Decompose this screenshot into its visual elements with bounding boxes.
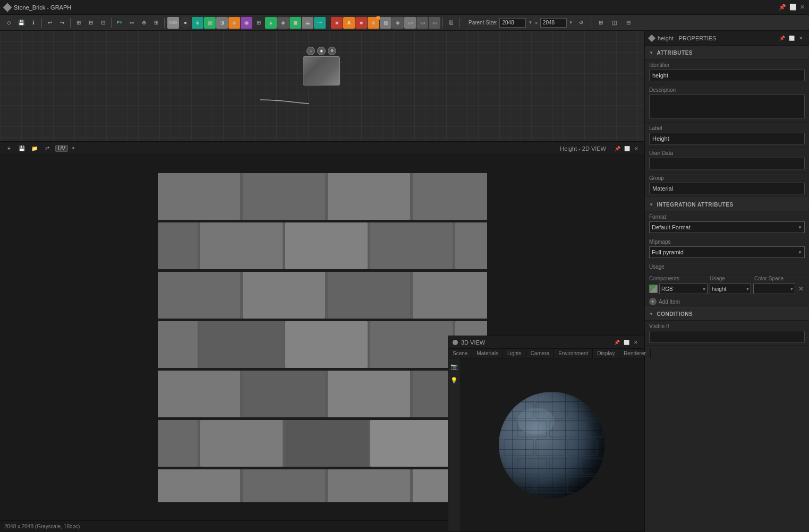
img-icon-btn[interactable]: IMG xyxy=(167,17,179,29)
node-thumbnail[interactable] xyxy=(303,56,340,85)
label-input[interactable] xyxy=(649,133,805,144)
description-input[interactable] xyxy=(649,95,805,118)
graph-canvas[interactable]: ○ ◉ ⚙ xyxy=(0,31,644,141)
red2-btn[interactable]: ■ xyxy=(355,17,367,29)
view3d-pin-icon[interactable]: 📌 xyxy=(613,339,620,346)
integration-section[interactable]: ▼ INTEGRATION ATTRIBUTES xyxy=(645,198,809,211)
view3d-tabs: Scene Materials Lights Camera Environmen… xyxy=(448,349,644,358)
tab-display[interactable]: Display xyxy=(593,349,619,358)
snap-btn[interactable]: ⊞ xyxy=(595,17,607,29)
info-btn[interactable]: ℹ xyxy=(28,17,39,29)
attributes-section[interactable]: ▼ ATTRIBUTES xyxy=(645,46,809,59)
green3-icon-btn[interactable]: ◼ xyxy=(289,17,301,29)
undo-btn[interactable]: ↩ xyxy=(44,17,56,29)
group-input[interactable] xyxy=(649,183,805,194)
node-connect-icon[interactable]: ○ xyxy=(306,47,315,55)
circle-icon-btn[interactable]: ● xyxy=(180,17,191,29)
view3d-light-icon[interactable]: 💡 xyxy=(448,374,460,386)
redo-btn[interactable]: ↪ xyxy=(56,17,68,29)
props-close-icon[interactable]: ✕ xyxy=(797,35,805,42)
pin-icon[interactable]: 📌 xyxy=(779,4,786,11)
tab-lights[interactable]: Lights xyxy=(503,349,526,358)
grid-btn[interactable]: ⊞ xyxy=(150,17,162,29)
green2-icon-btn[interactable]: ▲ xyxy=(265,17,277,29)
link-btn[interactable]: ⇔ xyxy=(126,17,138,29)
view2d-maximize-icon[interactable]: ⬜ xyxy=(623,145,631,152)
frame3-btn[interactable]: ▭ xyxy=(429,17,440,29)
svg-rect-53 xyxy=(536,477,565,493)
purple-icon-btn[interactable]: ◉ xyxy=(241,17,252,29)
py-btn[interactable]: PY xyxy=(114,17,125,29)
view2d-new-btn[interactable]: + xyxy=(4,144,14,153)
refresh-btn[interactable]: ↺ xyxy=(575,17,587,29)
mipmaps-select[interactable]: Full pyramid xyxy=(649,246,805,258)
tab-scene[interactable]: Scene xyxy=(448,349,472,358)
height-node[interactable]: ○ ◉ ⚙ xyxy=(303,47,340,85)
grid2-icon-btn[interactable]: ⊞ xyxy=(253,17,265,29)
view2d-open-btn[interactable]: 📁 xyxy=(30,144,39,153)
parent-size-input-1[interactable] xyxy=(499,18,526,28)
size-dropdown-icon2[interactable]: ▼ xyxy=(569,20,573,25)
userdata-input[interactable] xyxy=(649,158,805,169)
teal-icon-btn[interactable]: ◈ xyxy=(192,17,203,29)
ltgray2-btn[interactable]: ▦ xyxy=(380,17,391,29)
orange2-btn[interactable]: ◈ 01 xyxy=(368,17,379,29)
layer-btn[interactable]: ⊟ xyxy=(623,17,634,29)
svg-rect-42 xyxy=(568,402,597,418)
tab-renderer[interactable]: Renderer xyxy=(619,349,651,358)
view3d-close-icon[interactable]: ✕ xyxy=(632,339,640,346)
identifier-input[interactable] xyxy=(649,70,805,81)
tab-camera[interactable]: Camera xyxy=(526,349,555,358)
layout-btn[interactable]: ⊟ xyxy=(85,17,97,29)
format-select[interactable]: Default Format xyxy=(649,221,805,233)
chain-btn[interactable]: ⛓ xyxy=(445,17,457,29)
view2d-close-icon[interactable]: ✕ xyxy=(633,145,640,152)
gray-icon-btn[interactable]: ◈ xyxy=(277,17,289,29)
view2d-share-btn[interactable]: ⇌ xyxy=(42,144,52,153)
save-btn[interactable]: 💾 xyxy=(15,17,27,29)
maximize-icon[interactable]: ⬜ xyxy=(789,4,797,11)
title-bar: Stone_Brick - GRAPH 📌 ⬜ ✕ xyxy=(0,0,809,15)
red-btn[interactable]: ■ xyxy=(331,17,343,29)
add-item-row[interactable]: + Add Item xyxy=(645,296,809,307)
ltgray-icon-btn[interactable]: ◑ xyxy=(216,17,228,29)
frame-btn[interactable]: ▭ xyxy=(404,17,416,29)
usage-usage-select[interactable]: height xyxy=(710,284,751,294)
view2d-uv-dropdown[interactable]: ▼ xyxy=(71,146,75,151)
view2d-uv-btn[interactable]: UV xyxy=(55,145,68,152)
orange-btn[interactable]: A xyxy=(343,17,355,29)
view3d-sidebar: 📷 💡 xyxy=(448,358,460,531)
frame2-btn[interactable]: ▭ xyxy=(416,17,428,29)
app-logo-icon xyxy=(3,3,12,12)
conditions-section[interactable]: ▼ CONDITIONS xyxy=(645,307,809,321)
node-settings-icon[interactable]: ⚙ xyxy=(328,47,336,55)
view3d-maximize-icon[interactable]: ⬜ xyxy=(623,339,630,346)
arrange-btn[interactable]: ⊞ xyxy=(73,17,84,29)
mountain-icon-btn[interactable]: ⛰ xyxy=(302,17,313,29)
fit-btn[interactable]: ⊡ xyxy=(97,17,109,29)
visible-if-input[interactable] xyxy=(649,331,805,342)
view3d-camera-icon[interactable]: 📷 xyxy=(448,361,460,372)
usage-colorspace-select[interactable] xyxy=(753,284,795,294)
usage-components-select[interactable]: RGB xyxy=(659,284,708,294)
node-btn[interactable]: ⊕ xyxy=(138,17,150,29)
green-icon-btn[interactable]: ▦ xyxy=(204,17,216,29)
props-maximize-icon[interactable]: ⬜ xyxy=(788,35,795,42)
usage-delete-btn[interactable]: ✕ xyxy=(797,285,805,293)
props-pin-icon[interactable]: 📌 xyxy=(778,35,786,42)
view-btn[interactable]: ◫ xyxy=(609,17,620,29)
wave-icon-btn[interactable]: 〜 xyxy=(314,17,326,29)
size-dropdown-icon[interactable]: ▼ xyxy=(528,20,532,25)
view2d-save-btn[interactable]: 💾 xyxy=(17,144,27,153)
node-preview-icon[interactable]: ◉ xyxy=(317,47,326,55)
view2d-pin-icon[interactable]: 📌 xyxy=(614,145,621,152)
tab-environment[interactable]: Environment xyxy=(554,349,593,358)
parent-size-input-2[interactable] xyxy=(540,18,567,28)
orange-icon-btn[interactable]: ◈ xyxy=(228,17,240,29)
gray2-btn[interactable]: ◈ xyxy=(392,17,404,29)
close-icon[interactable]: ✕ xyxy=(800,4,805,11)
tab-materials[interactable]: Materials xyxy=(472,349,503,358)
label-row: Label xyxy=(645,123,809,148)
view3d-title: 3D VIEW xyxy=(461,339,485,346)
new-graph-btn[interactable]: ◇ xyxy=(3,17,15,29)
